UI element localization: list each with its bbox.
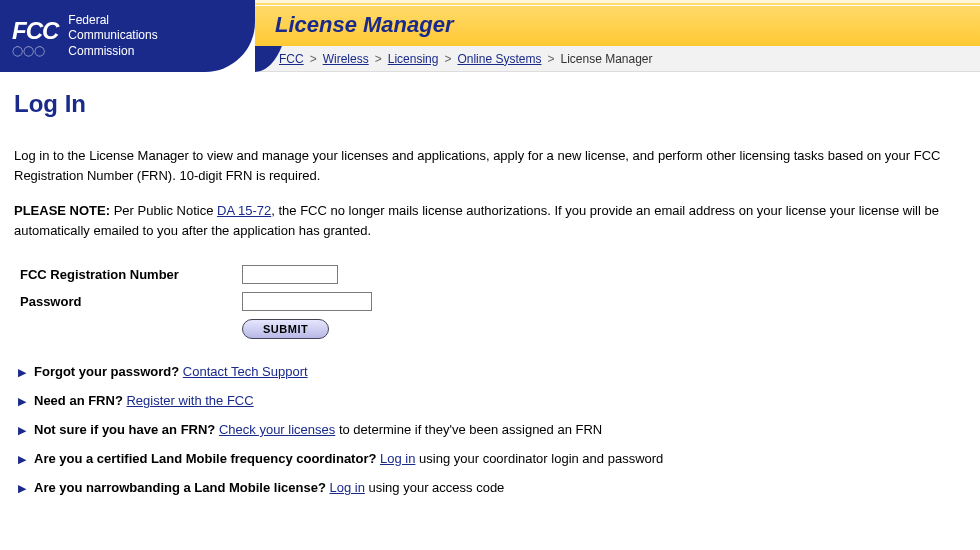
fcc-wave-icon: ◯◯◯ [12,45,58,56]
help-bold: Need an FRN? [34,393,123,408]
breadcrumb: FCC > Wireless > Licensing > Online Syst… [255,46,980,72]
arrow-icon: ▶ [18,424,26,437]
help-bold: Are you a certified Land Mobile frequenc… [34,451,376,466]
frn-input[interactable] [242,265,338,284]
arrow-icon: ▶ [18,482,26,495]
note-text: PLEASE NOTE: Per Public Notice DA 15-72,… [14,201,966,240]
narrowbanding-login-link[interactable]: Log in [329,480,364,495]
help-after: to determine if they've been assigned an… [335,422,602,437]
page-heading: Log In [14,90,966,118]
breadcrumb-sep: > [547,52,554,66]
contact-tech-support-link[interactable]: Contact Tech Support [183,364,308,379]
logo-line-1: Federal [68,13,157,29]
password-label: Password [20,289,240,314]
note-before: Per Public Notice [110,203,217,218]
fcc-abbrev: FCC [12,17,58,45]
help-item-check-frn: ▶ Not sure if you have an FRN? Check you… [18,422,966,437]
da-notice-link[interactable]: DA 15-72 [217,203,271,218]
breadcrumb-link-online-systems[interactable]: Online Systems [457,52,541,66]
check-licenses-link[interactable]: Check your licenses [219,422,335,437]
content: Log In Log in to the License Manager to … [0,72,980,527]
arrow-icon: ▶ [18,453,26,466]
password-input[interactable] [242,292,372,311]
logo-line-2: Communications [68,28,157,44]
help-item-need-frn: ▶ Need an FRN? Register with the FCC [18,393,966,408]
help-after: using your access code [365,480,504,495]
register-fcc-link[interactable]: Register with the FCC [126,393,253,408]
help-bold: Not sure if you have an FRN? [34,422,215,437]
breadcrumb-current: License Manager [560,52,652,66]
breadcrumb-sep: > [375,52,382,66]
help-item-coordinator: ▶ Are you a certified Land Mobile freque… [18,451,966,466]
note-prefix: PLEASE NOTE: [14,203,110,218]
breadcrumb-link-wireless[interactable]: Wireless [323,52,369,66]
submit-button[interactable]: SUBMIT [242,319,329,339]
help-item-forgot-password: ▶ Forgot your password? Contact Tech Sup… [18,364,966,379]
header: FCC ◯◯◯ Federal Communications Commissio… [0,0,980,72]
app-title: License Manager [275,12,454,38]
help-item-narrowbanding: ▶ Are you narrowbanding a Land Mobile li… [18,480,966,495]
breadcrumb-sep: > [310,52,317,66]
logo-line-3: Commission [68,44,157,60]
logo-block: FCC ◯◯◯ Federal Communications Commissio… [0,0,255,72]
arrow-icon: ▶ [18,395,26,408]
help-bold: Are you narrowbanding a Land Mobile lice… [34,480,326,495]
intro-text: Log in to the License Manager to view an… [14,146,966,185]
help-list: ▶ Forgot your password? Contact Tech Sup… [18,364,966,495]
breadcrumb-link-fcc[interactable]: FCC [279,52,304,66]
arrow-icon: ▶ [18,366,26,379]
breadcrumb-link-licensing[interactable]: Licensing [388,52,439,66]
frn-label: FCC Registration Number [20,262,240,287]
help-after: using your coordinator login and passwor… [415,451,663,466]
breadcrumb-sep: > [444,52,451,66]
title-bar: License Manager [255,0,980,46]
coordinator-login-link[interactable]: Log in [380,451,415,466]
help-bold: Forgot your password? [34,364,179,379]
login-form: FCC Registration Number Password SUBMIT [18,260,380,344]
